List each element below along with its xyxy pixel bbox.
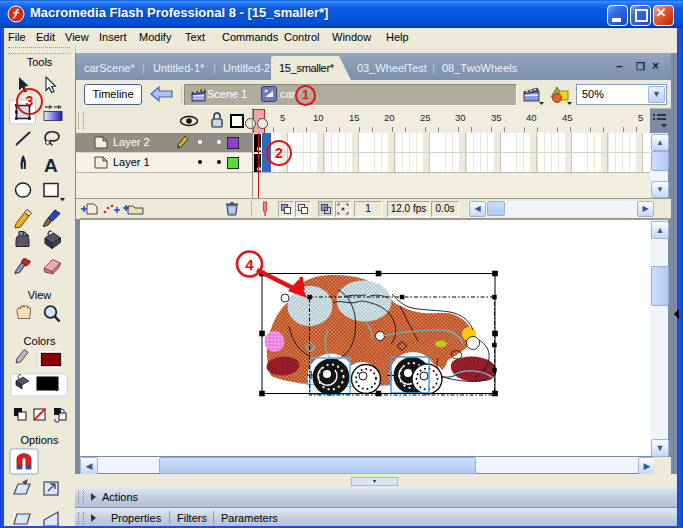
svg-text:A: A xyxy=(44,155,58,176)
svg-text:4: 4 xyxy=(245,256,254,273)
